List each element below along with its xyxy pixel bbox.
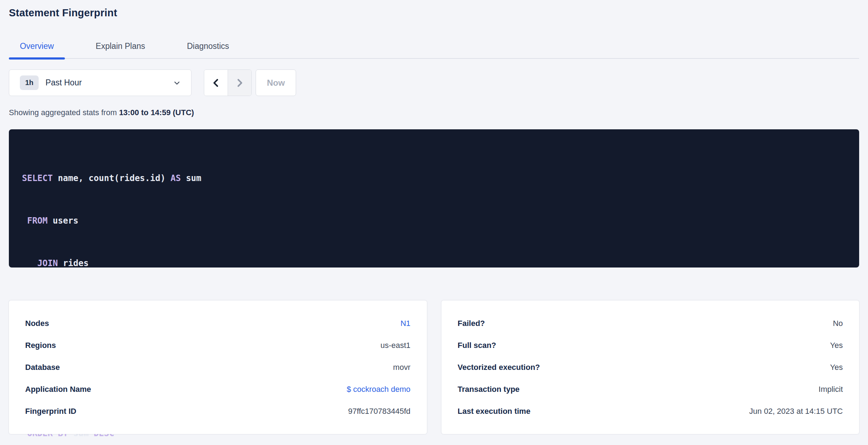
prev-time-button[interactable]: [204, 70, 228, 96]
chevron-left-icon: [211, 78, 221, 88]
detail-row-vectorized-execution: Vectorized execution? Yes: [458, 356, 843, 378]
detail-value: Jun 02, 2023 at 14:15 UTC: [749, 407, 843, 416]
tab-overview[interactable]: Overview: [9, 37, 65, 58]
sql-token: SELECT: [22, 173, 53, 183]
chevron-right-icon: [235, 78, 244, 88]
details-card-left: Nodes N1 Regions us-east1 Database movr …: [9, 300, 427, 434]
sql-line: SELECT name, count(rides.id) AS sum: [22, 171, 845, 185]
detail-value: Implicit: [819, 385, 843, 394]
detail-value: No: [833, 319, 843, 328]
detail-value: Yes: [830, 363, 843, 372]
detail-row-nodes: Nodes N1: [25, 312, 411, 334]
detail-row-application-name: Application Name $ cockroach demo: [25, 378, 411, 400]
sql-statement-box: SELECT name, count(rides.id) AS sum FROM…: [9, 129, 859, 267]
nodes-link[interactable]: N1: [400, 319, 410, 328]
sql-token: FROM: [27, 216, 48, 226]
sql-token: [22, 216, 27, 226]
statement-fingerprint-page: Statement Fingerprint Overview Explain P…: [0, 0, 868, 434]
statement-details-cards: Nodes N1 Regions us-east1 Database movr …: [9, 300, 859, 434]
detail-label: Full scan?: [458, 341, 496, 350]
detail-value: Yes: [830, 341, 843, 350]
sql-token: AS: [171, 173, 181, 183]
detail-label: Application Name: [25, 385, 91, 394]
detail-label: Fingerprint ID: [25, 407, 76, 416]
detail-row-last-execution-time: Last execution time Jun 02, 2023 at 14:1…: [458, 400, 843, 422]
detail-row-regions: Regions us-east1: [25, 334, 411, 356]
tab-explain-plans[interactable]: Explain Plans: [85, 37, 156, 58]
time-range-badge: 1h: [20, 75, 39, 90]
detail-row-failed: Failed? No: [458, 312, 843, 334]
detail-row-transaction-type: Transaction type Implicit: [458, 378, 843, 400]
chevron-down-icon: [173, 79, 181, 87]
time-nav-group: [204, 69, 252, 96]
sql-token: rides: [58, 258, 89, 268]
detail-label: Nodes: [25, 319, 49, 328]
sql-token: JOIN: [37, 258, 58, 268]
sql-token: name, count(rides.id): [53, 173, 171, 183]
detail-row-full-scan: Full scan? Yes: [458, 334, 843, 356]
tab-diagnostics[interactable]: Diagnostics: [176, 37, 240, 58]
detail-label: Vectorized execution?: [458, 363, 540, 372]
time-controls: 1h Past Hour Now: [9, 69, 859, 96]
detail-label: Regions: [25, 341, 56, 350]
sql-line: FROM users: [22, 214, 845, 228]
page-title: Statement Fingerprint: [9, 7, 859, 19]
sql-token: sum: [181, 173, 201, 183]
now-button[interactable]: Now: [256, 69, 296, 96]
sql-token: [22, 258, 37, 268]
detail-label: Failed?: [458, 319, 485, 328]
detail-label: Database: [25, 363, 60, 372]
detail-value: movr: [393, 363, 411, 372]
tabs: Overview Explain Plans Diagnostics: [9, 37, 859, 59]
time-range-dropdown[interactable]: 1h Past Hour: [9, 69, 191, 96]
sql-token: users: [48, 216, 78, 226]
detail-row-database: Database movr: [25, 356, 411, 378]
details-card-right: Failed? No Full scan? Yes Vectorized exe…: [441, 300, 859, 434]
detail-row-fingerprint-id: Fingerprint ID 97ffc170783445fd: [25, 400, 411, 422]
detail-label: Last execution time: [458, 407, 530, 416]
detail-label: Transaction type: [458, 385, 520, 394]
sql-line: JOIN rides: [22, 256, 845, 270]
application-name-link[interactable]: $ cockroach demo: [347, 385, 411, 394]
aggregated-stats-range: 13:00 to 14:59 (UTC): [119, 108, 194, 117]
next-time-button[interactable]: [228, 70, 251, 96]
aggregated-stats-summary: Showing aggregated stats from 13:00 to 1…: [9, 108, 859, 117]
detail-value: us-east1: [380, 341, 410, 350]
time-range-label: Past Hour: [45, 78, 82, 88]
aggregated-stats-prefix: Showing aggregated stats from: [9, 108, 119, 117]
detail-value: 97ffc170783445fd: [348, 407, 411, 416]
